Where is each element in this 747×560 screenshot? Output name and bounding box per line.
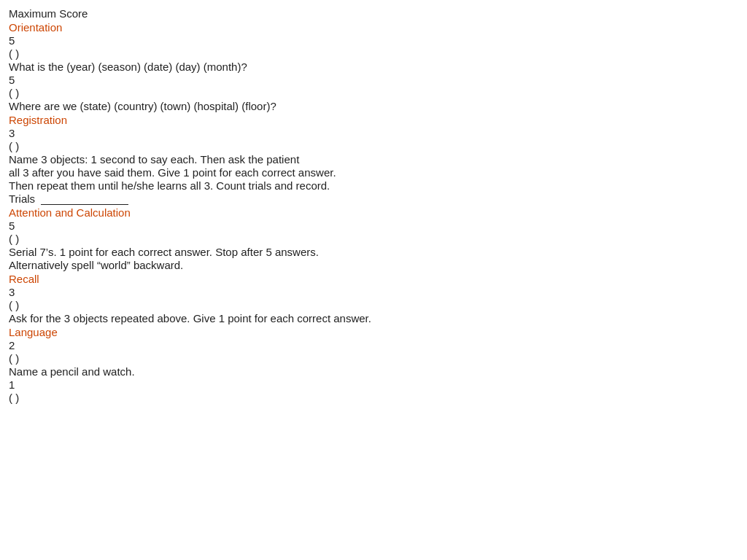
parens-3-0: ( ): [9, 299, 738, 311]
parens-4-0: ( ): [9, 352, 738, 365]
score-0-0: 5: [9, 34, 738, 47]
parens-4-1: ( ): [9, 392, 738, 404]
maximum-score-header: Maximum Score: [9, 7, 738, 20]
instruction-1-0-2: all 3 after you have said them. Give 1 p…: [9, 166, 738, 179]
instruction-2-0-2: Alternatively spell “world” backward.: [9, 259, 738, 271]
section-heading-1: Registration: [9, 114, 738, 126]
section-heading-4: Language: [9, 326, 738, 338]
instruction-3-0-1: Ask for the 3 objects repeated above. Gi…: [9, 312, 738, 324]
section-heading-3: Recall: [9, 273, 738, 285]
score-3-0: 3: [9, 286, 738, 298]
header-label: Maximum Score: [9, 7, 88, 20]
parens-0-1: ( ): [9, 87, 738, 99]
score-2-0: 5: [9, 219, 738, 232]
parens-0-0: ( ): [9, 47, 738, 60]
instruction-1-0-3: Then repeat them until he/she learns all…: [9, 179, 738, 192]
instruction-1-0-1: Name 3 objects: 1 second to say each. Th…: [9, 153, 738, 166]
instruction-0-0-1: What is the (year) (season) (date) (day)…: [9, 61, 738, 73]
instruction-0-1-1: Where are we (state) (country) (town) (h…: [9, 100, 738, 112]
section-heading-0: Orientation: [9, 21, 738, 34]
score-4-1: 1: [9, 378, 738, 391]
parens-2-0: ( ): [9, 233, 738, 245]
score-0-1: 5: [9, 74, 738, 86]
instruction-2-0-1: Serial 7’s. 1 point for each correct ans…: [9, 246, 738, 258]
score-4-0: 2: [9, 339, 738, 351]
trials-line-1-0: Trials: [9, 192, 738, 205]
instruction-4-0-1: Name a pencil and watch.: [9, 365, 738, 378]
score-1-0: 3: [9, 127, 738, 139]
section-heading-2: Attention and Calculation: [9, 206, 738, 219]
parens-1-0: ( ): [9, 140, 738, 152]
